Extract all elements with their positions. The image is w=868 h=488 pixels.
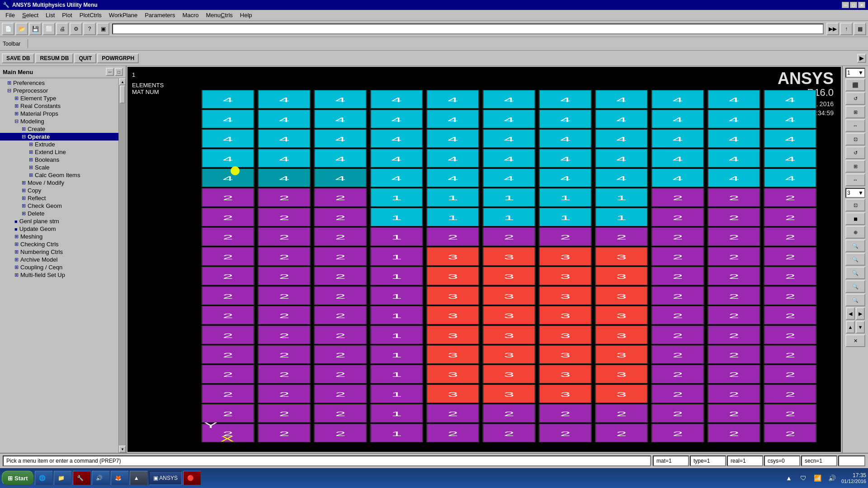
- sidebar-btn-12[interactable]: 🔍: [845, 239, 865, 252]
- panel-minimize-btn[interactable]: ─: [106, 68, 114, 76]
- toolbar-btn6[interactable]: ⚙: [70, 23, 82, 35]
- taskbar-network-icon[interactable]: 📶: [812, 473, 823, 483]
- start-button[interactable]: ⊞ Start: [2, 471, 34, 485]
- toolbar-new-btn[interactable]: 📄: [2, 23, 14, 35]
- tree-item-delete[interactable]: ⊞Delete: [0, 210, 118, 217]
- sidebar-btn-8[interactable]: ↔: [845, 174, 865, 186]
- quit-button[interactable]: QUIT: [74, 53, 96, 63]
- tree-item-archive-model[interactable]: ⊞Archive Model: [0, 256, 118, 263]
- sidebar-btn-6[interactable]: ↺: [845, 146, 865, 159]
- scroll-track[interactable]: [119, 85, 126, 446]
- tree-item-modeling[interactable]: ⊟Modeling: [0, 117, 118, 125]
- tree-item-move-/-modify[interactable]: ⊞Move / Modify: [0, 179, 118, 187]
- taskbar-app-3[interactable]: 🔧: [73, 471, 91, 485]
- tree-item-create[interactable]: ⊞Create: [0, 125, 118, 133]
- sidebar-btn-11[interactable]: ⊕: [845, 226, 865, 239]
- taskbar-app-ie[interactable]: 🌐: [35, 471, 53, 485]
- taskbar-shield-icon[interactable]: 🛡: [798, 473, 809, 483]
- close-button[interactable]: ×: [858, 2, 865, 8]
- toolbar-print-btn[interactable]: 🖨: [56, 23, 69, 35]
- menu-menuctrls[interactable]: MenuCtrls: [203, 11, 236, 19]
- menu-help[interactable]: Help: [236, 11, 256, 19]
- sidebar-down-btn[interactable]: ▼: [856, 321, 865, 333]
- powrgrph-button[interactable]: POWRGRPH: [97, 53, 139, 63]
- toolbar-run-btn[interactable]: ▶▶: [826, 23, 839, 35]
- menu-list[interactable]: List: [42, 11, 58, 19]
- left-scrollbar[interactable]: ▲ ▼: [118, 78, 126, 453]
- scroll-down-btn[interactable]: ▼: [119, 446, 126, 453]
- sidebar-btn-7[interactable]: ⊞: [845, 160, 865, 173]
- sidebar-btn-9[interactable]: ⊡: [845, 199, 865, 211]
- tree-item-multi-field-set-up[interactable]: ⊞Multi-field Set Up: [0, 271, 118, 279]
- taskbar-app-firefox[interactable]: 🦊: [111, 471, 129, 485]
- menu-file[interactable]: File: [2, 11, 19, 19]
- taskbar-notify-icon[interactable]: ▲: [783, 473, 794, 483]
- tree-item-booleans[interactable]: ⊞Booleans: [0, 156, 118, 164]
- menu-parameters[interactable]: Parameters: [141, 11, 179, 19]
- menu-plot[interactable]: Plot: [58, 11, 75, 19]
- tree-item-reflect[interactable]: ⊞Reflect: [0, 194, 118, 202]
- tree-item-numbering-ctrls[interactable]: ⊞Numbering Ctrls: [0, 248, 118, 256]
- tree-item-element-type[interactable]: ⊞Element Type: [0, 94, 118, 102]
- tree-item-check-geom[interactable]: ⊞Check Geom: [0, 202, 118, 210]
- tree-item-scale[interactable]: ⊞Scale: [0, 164, 118, 171]
- tree-item-preprocessor[interactable]: ⊟Preprocessor: [0, 87, 118, 94]
- tree-item-update-geom[interactable]: ■Update Geom: [0, 225, 118, 233]
- tree-item-extrude[interactable]: ⊞Extrude: [0, 141, 118, 148]
- sidebar-btn-15[interactable]: 🔍: [845, 280, 865, 293]
- tree-item-checking-ctrls[interactable]: ⊞Checking Ctrls: [0, 240, 118, 248]
- menu-plotctrls[interactable]: PlotCtrls: [76, 11, 105, 19]
- toolbar-command-input[interactable]: [112, 23, 824, 34]
- save-db-button[interactable]: SAVE DB: [2, 53, 34, 63]
- panel-maximize-btn[interactable]: □: [115, 68, 123, 76]
- sidebar-btn-13[interactable]: 🔍: [845, 253, 865, 266]
- tree-item-preferences[interactable]: ⊞Preferences: [0, 79, 118, 87]
- tree-item-operate[interactable]: ⊟Operate: [0, 133, 118, 141]
- sidebar-btn-2[interactable]: ↺: [845, 92, 865, 105]
- maximize-button[interactable]: □: [850, 2, 857, 8]
- sidebar-btn-5[interactable]: ⊡: [845, 133, 865, 145]
- menu-workplane[interactable]: WorkPlane: [105, 11, 141, 19]
- minimize-button[interactable]: ─: [842, 2, 849, 8]
- toolbar-terminal-btn[interactable]: ▣: [97, 23, 109, 35]
- sidebar-btn-16[interactable]: 🔍: [845, 294, 865, 306]
- toolbar-help-btn[interactable]: ?: [83, 23, 96, 35]
- sidebar-btn-10[interactable]: ◼: [845, 212, 865, 225]
- taskbar-sound-icon[interactable]: 🔊: [827, 473, 838, 483]
- sidebar-num-dropdown[interactable]: 1 ▼: [845, 68, 865, 78]
- menu-macro[interactable]: Macro: [179, 11, 202, 19]
- svg-text:2: 2: [504, 234, 514, 241]
- sidebar-up-btn[interactable]: ▲: [846, 321, 855, 333]
- sidebar-btn-3[interactable]: ⊞: [845, 106, 865, 118]
- taskbar-app-ansys[interactable]: ▲: [130, 471, 148, 485]
- sidebar-num-dropdown-2[interactable]: 3 ▼: [845, 188, 865, 198]
- tree-item-meshing[interactable]: ⊞Meshing: [0, 233, 118, 240]
- sidebar-btn-4[interactable]: ↔: [845, 119, 865, 132]
- taskbar-app-ansys2[interactable]: ▣ ANSYS: [149, 471, 182, 485]
- taskbar-app-explorer[interactable]: 📁: [54, 471, 72, 485]
- tree-item-real-constants[interactable]: ⊞Real Constants: [0, 102, 118, 110]
- tree-item-genl-plane-strn[interactable]: ■Genl plane strn: [0, 217, 118, 225]
- sidebar-close-btn[interactable]: ✕: [845, 334, 865, 347]
- toolbar-open-btn[interactable]: 📂: [15, 23, 28, 35]
- toolbar-btn4[interactable]: ⬜: [42, 23, 55, 35]
- toolbar-save-btn[interactable]: 💾: [29, 23, 42, 35]
- tree-item-extend-line[interactable]: ⊞Extend Line: [0, 148, 118, 156]
- tree-item-calc-geom-items[interactable]: ⊞Calc Geom Items: [0, 171, 118, 179]
- resum-db-button[interactable]: RESUM DB: [35, 53, 73, 63]
- quick-buttons-expand[interactable]: ▶: [857, 54, 866, 63]
- tree-item-copy[interactable]: ⊞Copy: [0, 187, 118, 194]
- sidebar-left-btn[interactable]: ◀: [846, 307, 855, 320]
- sidebar-right-btn[interactable]: ▶: [856, 307, 865, 320]
- taskbar-app-4[interactable]: 🔊: [92, 471, 110, 485]
- taskbar-app-red[interactable]: 🔴: [183, 471, 201, 485]
- scroll-up-btn[interactable]: ▲: [119, 78, 126, 85]
- tree-item-material-props[interactable]: ⊞Material Props: [0, 110, 118, 117]
- toolbar-up-btn[interactable]: ↑: [840, 23, 853, 35]
- scroll-thumb[interactable]: [120, 85, 125, 103]
- toolbar-grid-btn[interactable]: ▦: [854, 23, 866, 35]
- menu-select[interactable]: Select: [19, 11, 42, 19]
- sidebar-btn-14[interactable]: 🔍: [845, 267, 865, 279]
- tree-item-coupling-/-ceqn[interactable]: ⊞Coupling / Ceqn: [0, 263, 118, 271]
- sidebar-btn-1[interactable]: ⬛: [845, 79, 865, 91]
